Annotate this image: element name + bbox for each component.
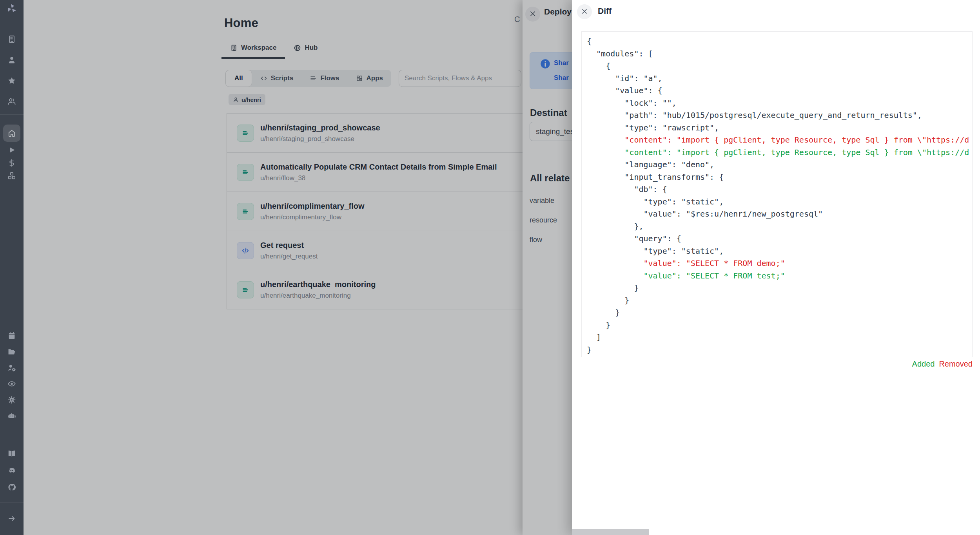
diff-line-normal: "id": "a", — [587, 72, 972, 85]
diff-close-button[interactable] — [577, 4, 592, 19]
diff-line-normal: "value": "$res:u/henri/new_postgresql" — [587, 208, 972, 221]
diff-line-normal: "modules": [ — [587, 48, 972, 60]
diff-line-normal: "type": "static", — [587, 196, 972, 208]
diff-line-normal: { — [587, 60, 972, 72]
diff-line-removed: "content": "import { pgClient, type Reso… — [587, 134, 972, 146]
close-icon — [581, 7, 588, 16]
diff-line-normal: { — [587, 35, 972, 48]
diff-line-normal: "db": { — [587, 183, 972, 196]
diff-code-view: { "modules": [ { "id": "a", "value": { "… — [581, 31, 973, 357]
diff-line-normal: "input_transforms": { — [587, 171, 972, 184]
horizontal-scrollbar[interactable] — [572, 529, 649, 535]
diff-line-removed: "value": "SELECT * FROM demo;" — [587, 257, 972, 270]
diff-line-normal: } — [587, 282, 972, 295]
diff-line-normal: "lock": "", — [587, 97, 972, 110]
diff-legend: Added Removed — [912, 360, 973, 369]
diff-title: Diff — [598, 6, 612, 16]
legend-removed: Removed — [939, 360, 973, 369]
legend-added: Added — [912, 360, 935, 369]
diff-line-normal: } — [587, 319, 972, 332]
diff-line-normal: } — [587, 344, 972, 356]
diff-line-added: "content": "import { pgClient, type Reso… — [587, 146, 972, 159]
diff-line-normal: "language": "deno", — [587, 159, 972, 171]
app-window: Home C Workspace Hub All Scripts Flows — [0, 0, 980, 535]
modal-dim-overlay[interactable] — [0, 0, 572, 535]
diff-line-normal: }, — [587, 221, 972, 233]
diff-line-normal: "type": "static", — [587, 245, 972, 258]
diff-line-normal: } — [587, 307, 972, 319]
diff-line-normal: "value": { — [587, 85, 972, 97]
diff-line-normal: "path": "hub/1015/postgresql/execute_que… — [587, 109, 972, 122]
diff-line-normal: ] — [587, 331, 972, 344]
diff-line-added: "value": "SELECT * FROM test;" — [587, 270, 972, 282]
diff-line-normal: "type": "rawscript", — [587, 122, 972, 134]
diff-line-normal: } — [587, 295, 972, 307]
diff-line-normal: "query": { — [587, 233, 972, 245]
diff-panel: Diff { "modules": [ { "id": "a", "value"… — [572, 0, 980, 535]
